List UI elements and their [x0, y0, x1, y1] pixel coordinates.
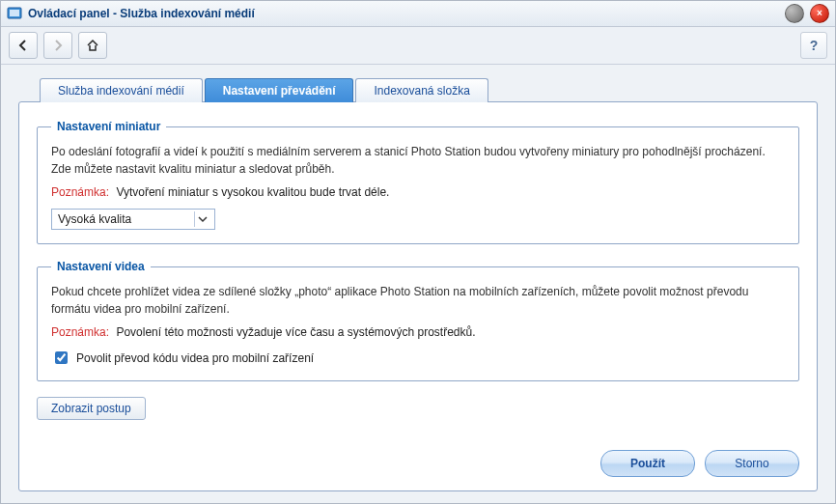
thumbnail-note: Poznámka: Vytvoření miniatur s vysokou k…: [51, 185, 785, 199]
enable-mobile-transcode-checkbox[interactable]: [55, 351, 68, 364]
cancel-button[interactable]: Storno: [705, 450, 799, 477]
window: Ovládací panel - Služba indexování médií…: [0, 0, 836, 504]
arrow-left-icon: [16, 39, 30, 52]
thumbnail-settings-group: Nastavení miniatur Po odeslání fotografi…: [37, 120, 799, 244]
note-label: Poznámka:: [51, 325, 109, 339]
forward-button[interactable]: [43, 32, 72, 59]
content-area: Služba indexování médií Nastavení převád…: [1, 65, 835, 503]
control-panel-icon: [7, 6, 22, 21]
video-settings-legend: Nastavení videa: [51, 260, 151, 273]
toolbar: ?: [1, 27, 835, 65]
thumbnail-settings-legend: Nastavení miniatur: [51, 120, 166, 133]
svg-rect-1: [10, 10, 19, 16]
dialog-footer: Použít Storno: [37, 438, 799, 477]
video-settings-group: Nastavení videa Pokud chcete prohlížet v…: [37, 260, 799, 381]
home-icon: [86, 39, 99, 52]
back-button[interactable]: [9, 32, 38, 59]
video-note: Poznámka: Povolení této možnosti vyžaduj…: [51, 325, 785, 339]
thumbnail-note-text: Vytvoření miniatur s vysokou kvalitou bu…: [116, 185, 389, 199]
minimize-button[interactable]: [785, 4, 804, 23]
enable-mobile-transcode-row[interactable]: Povolit převod kódu videa pro mobilní za…: [51, 349, 785, 367]
tab-media-index-service[interactable]: Služba indexování médií: [40, 78, 203, 102]
apply-button[interactable]: Použít: [600, 450, 695, 477]
close-icon: ×: [817, 9, 822, 18]
video-settings-description: Pokud chcete prohlížet videa ze sdílené …: [51, 283, 785, 318]
video-note-text: Povolení této možnosti vyžaduje více čas…: [116, 325, 475, 339]
home-button[interactable]: [78, 32, 107, 59]
tab-page-conversion: Nastavení miniatur Po odeslání fotografi…: [18, 101, 818, 491]
tab-indexed-folder[interactable]: Indexovaná složka: [355, 78, 488, 102]
show-progress-button[interactable]: Zobrazit postup: [37, 397, 146, 420]
tab-bar: Služba indexování médií Nastavení převád…: [40, 78, 818, 102]
tab-conversion-settings[interactable]: Nastavení převádění: [205, 78, 354, 102]
note-label: Poznámka:: [51, 185, 109, 199]
arrow-right-icon: [51, 39, 65, 52]
thumbnail-quality-select[interactable]: Vysoká kvalita: [51, 209, 215, 230]
thumbnail-quality-value: Vysoká kvalita: [58, 212, 131, 226]
enable-mobile-transcode-label: Povolit převod kódu videa pro mobilní za…: [76, 351, 314, 365]
chevron-down-icon: [194, 211, 210, 227]
thumbnail-settings-description: Po odeslání fotografií a videí k použití…: [51, 143, 785, 178]
close-button[interactable]: ×: [810, 4, 829, 23]
window-title: Ovládací panel - Služba indexování médií: [28, 7, 779, 20]
help-button[interactable]: ?: [800, 32, 827, 59]
window-buttons: ×: [785, 4, 829, 23]
titlebar: Ovládací panel - Služba indexování médií…: [1, 1, 835, 27]
